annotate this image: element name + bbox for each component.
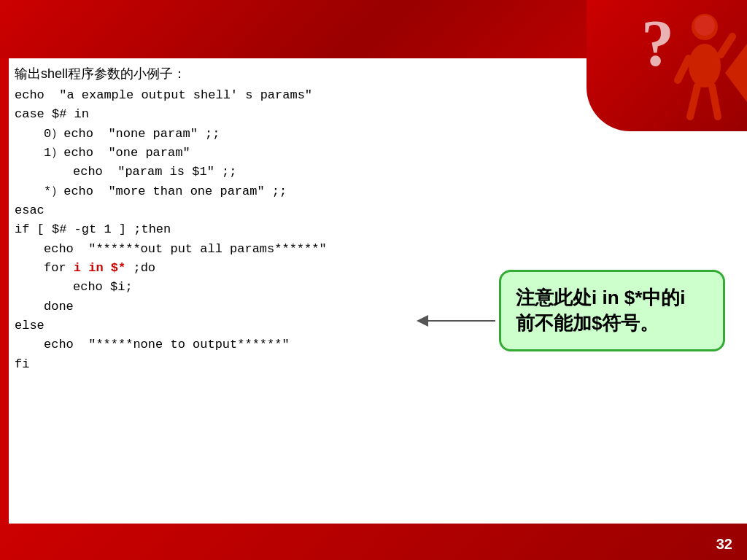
callout-text: 注意此处i in $*中的i 前不能加$符号。 xyxy=(516,285,708,336)
code-line-9: echo "******out put all params******" xyxy=(15,240,732,259)
bottom-banner xyxy=(0,524,747,560)
code-line-7: esac xyxy=(15,201,732,220)
page-number: 32 xyxy=(716,536,732,553)
slide-title: 输出shell程序参数的小例子： xyxy=(15,64,732,85)
code-line-6: *）echo "more than one param" ;; xyxy=(15,182,732,201)
left-sidebar-strip xyxy=(0,58,9,524)
svg-point-6 xyxy=(694,15,715,36)
code-line-15: fi xyxy=(15,355,732,374)
code-line-3: 0）echo "none param" ;; xyxy=(15,125,732,144)
callout-bubble: 注意此处i in $*中的i 前不能加$符号。 xyxy=(499,270,725,351)
code-line-5: echo "param is $1" ;; xyxy=(15,163,732,182)
code-line-2: case $# in xyxy=(15,105,732,124)
for-do: ;do xyxy=(125,261,155,275)
code-line-8: if [ $# -gt 1 ] ;then xyxy=(15,220,732,239)
callout-line1: 注意此处i in $*中的i xyxy=(516,287,686,308)
code-line-1: echo "a example output shell' s params" xyxy=(15,86,732,105)
code-line-4: 1）echo "one param" xyxy=(15,144,732,163)
for-keyword: for xyxy=(44,261,74,275)
callout-line2: 前不能加$符号。 xyxy=(516,312,659,334)
callout-arrow xyxy=(415,306,503,338)
for-variable-highlight: i in $* xyxy=(74,261,125,275)
